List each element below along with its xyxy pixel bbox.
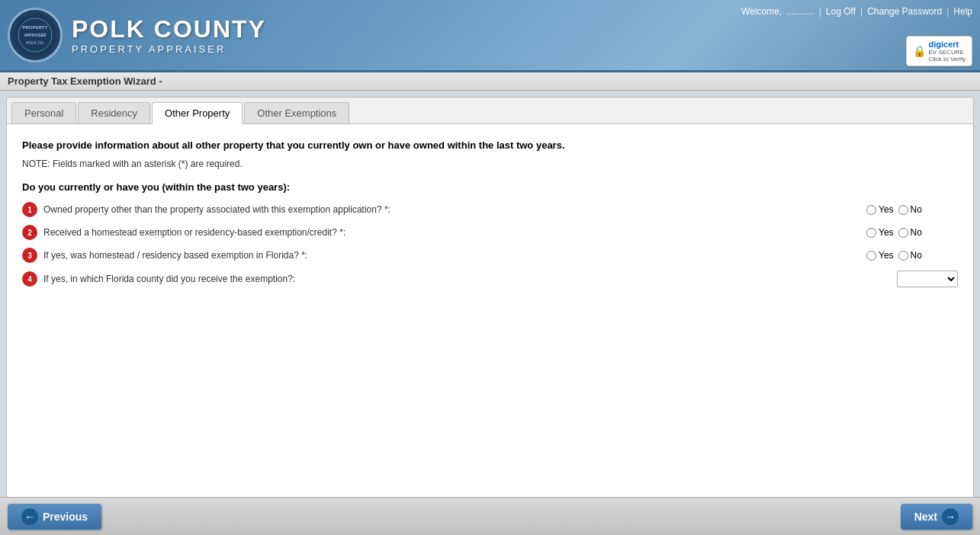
content-area: Please provide information about all oth…: [7, 124, 973, 310]
radio-no-3[interactable]: No: [898, 250, 922, 261]
previous-button[interactable]: ← Previous: [8, 504, 101, 530]
radio-input-no-3[interactable]: [898, 251, 908, 261]
digicert-verify: Click to Verify: [929, 56, 966, 62]
intro-text: Please provide information about all oth…: [22, 139, 958, 151]
footer: ← Previous Next →: [0, 497, 980, 535]
section-title: Do you currently or have you (within the…: [22, 181, 958, 193]
question-row-2: 2 Received a homestead exemption or resi…: [22, 225, 958, 240]
username: ...........: [786, 6, 815, 17]
question-label-4: If yes, in which Florida county did you …: [43, 274, 891, 284]
dropdown-wrapper-4: Alachua Baker Bay Bradford Brevard Browa…: [897, 271, 958, 287]
header-left: PROPERTY APPRAISER POLK CO. POLK COUNTY …: [8, 8, 266, 62]
digicert-ev: EV SECURE: [929, 49, 966, 56]
radio-group-2: Yes No: [866, 227, 958, 238]
log-off-link[interactable]: Log Off: [826, 6, 856, 17]
radio-group-1: Yes No: [866, 204, 958, 215]
logo-circle: PROPERTY APPRAISER POLK CO.: [8, 8, 63, 62]
radio-input-no-1[interactable]: [898, 205, 908, 215]
tabs-bar: Personal Residency Other Property Other …: [7, 98, 973, 124]
header-top-right: Welcome, ........... | Log Off | Change …: [741, 6, 972, 17]
tab-residency[interactable]: Residency: [78, 102, 150, 123]
radio-no-1[interactable]: No: [898, 204, 922, 215]
question-row-1: 1 Owned property other than the property…: [22, 202, 958, 217]
next-button[interactable]: Next →: [901, 504, 972, 530]
tab-other-exemptions[interactable]: Other Exemptions: [244, 102, 349, 123]
svg-text:PROPERTY: PROPERTY: [22, 25, 47, 30]
next-label: Next: [914, 511, 937, 523]
question-number-3: 3: [22, 248, 37, 263]
question-label-1: Owned property other than the property a…: [43, 204, 860, 215]
change-password-link[interactable]: Change Password: [867, 6, 942, 17]
radio-no-2[interactable]: No: [898, 227, 922, 238]
digicert-badge[interactable]: 🔒 digicert EV SECURE Click to Verify: [906, 36, 972, 66]
radio-input-yes-2[interactable]: [866, 228, 876, 238]
radio-yes-3[interactable]: Yes: [866, 250, 894, 261]
next-arrow-icon: →: [942, 508, 959, 525]
header: PROPERTY APPRAISER POLK CO. POLK COUNTY …: [0, 0, 980, 72]
topbar: Property Tax Exemption Wizard -: [0, 72, 980, 91]
radio-input-no-2[interactable]: [898, 228, 908, 238]
radio-group-3: Yes No: [866, 250, 958, 261]
radio-input-yes-1[interactable]: [866, 205, 876, 215]
wizard-title: Property Tax Exemption Wizard -: [8, 75, 162, 87]
radio-yes-2[interactable]: Yes: [866, 227, 894, 238]
main-container: Personal Residency Other Property Other …: [6, 97, 974, 531]
question-row-4: 4 If yes, in which Florida county did yo…: [22, 271, 958, 287]
previous-arrow-icon: ←: [21, 508, 38, 525]
tab-other-property[interactable]: Other Property: [152, 102, 243, 124]
tab-personal[interactable]: Personal: [11, 102, 76, 123]
radio-yes-1[interactable]: Yes: [866, 204, 894, 215]
note-text: NOTE: Fields marked with an asterisk (*)…: [22, 159, 958, 169]
svg-text:POLK CO.: POLK CO.: [26, 40, 45, 45]
question-label-3: If yes, was homestead / residency based …: [43, 250, 860, 261]
logo-text: POLK COUNTY PROPERTY APPRAISER: [72, 15, 266, 55]
previous-label: Previous: [43, 511, 88, 523]
org-subtitle: PROPERTY APPRAISER: [72, 43, 266, 55]
welcome-text: Welcome,: [741, 6, 782, 17]
help-link[interactable]: Help: [953, 6, 972, 17]
lock-icon: 🔒: [913, 45, 926, 57]
question-number-4: 4: [22, 271, 37, 287]
question-number-1: 1: [22, 202, 37, 217]
question-number-2: 2: [22, 225, 37, 240]
digicert-logo: digicert: [929, 40, 966, 49]
org-name: POLK COUNTY: [72, 15, 266, 43]
radio-input-yes-3[interactable]: [866, 251, 876, 261]
question-label-2: Received a homestead exemption or reside…: [43, 227, 860, 238]
county-dropdown[interactable]: Alachua Baker Bay Bradford Brevard Browa…: [897, 271, 958, 287]
svg-text:APPRAISER: APPRAISER: [24, 33, 47, 37]
question-row-3: 3 If yes, was homestead / residency base…: [22, 248, 958, 263]
